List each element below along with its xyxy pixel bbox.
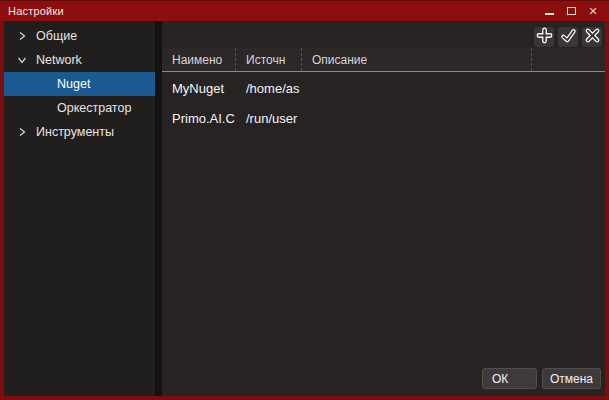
window-controls: ✕ — [541, 3, 601, 19]
sidebar-item-label: Оркестратор — [57, 101, 131, 115]
sidebar-item-orchestrator[interactable]: Оркестратор — [4, 96, 155, 120]
cell-description — [302, 73, 532, 103]
cell-description — [302, 103, 532, 133]
cell-source: /home/as — [236, 73, 302, 103]
sidebar-item-network[interactable]: Network — [4, 48, 155, 72]
apply-source-button[interactable] — [558, 27, 578, 47]
settings-window: Настройки ✕ Общие — [0, 0, 609, 400]
minimize-button[interactable] — [541, 3, 557, 19]
sources-toolbar — [534, 27, 602, 47]
dialog-buttons: ОК Отмена — [482, 368, 601, 389]
close-button[interactable]: ✕ — [585, 3, 601, 19]
table-row[interactable]: MyNuget /home/as — [162, 73, 605, 103]
nuget-sources-panel: Наимено Источн Описание MyNuget /home/as… — [162, 21, 605, 396]
chevron-right-icon — [17, 31, 27, 41]
cell-name: MyNuget — [162, 73, 236, 103]
settings-tree: Общие Network Nuget Оркестратор Инструме… — [4, 21, 155, 396]
sidebar-item-general[interactable]: Общие — [4, 24, 155, 48]
remove-source-button[interactable] — [582, 27, 602, 47]
column-header-source[interactable]: Источн — [236, 48, 302, 71]
ok-button[interactable]: ОК — [482, 368, 537, 389]
chevron-right-icon — [17, 127, 27, 137]
column-header-name[interactable]: Наимено — [162, 48, 236, 71]
table-body: MyNuget /home/as Primo.AI.C /run/user — [162, 73, 605, 133]
check-icon — [560, 27, 577, 48]
sidebar-item-label: Общие — [36, 29, 77, 43]
sidebar-item-label: Инструменты — [36, 125, 114, 139]
column-header-description[interactable]: Описание — [302, 48, 532, 71]
maximize-button[interactable] — [563, 3, 579, 19]
window-title: Настройки — [8, 5, 64, 17]
add-source-button[interactable] — [534, 27, 554, 47]
cancel-button[interactable]: Отмена — [542, 368, 601, 389]
add-icon — [536, 27, 553, 48]
minimize-icon — [545, 13, 554, 15]
sidebar-item-tools[interactable]: Инструменты — [4, 120, 155, 144]
maximize-icon — [567, 7, 576, 15]
chevron-down-icon — [17, 55, 27, 65]
clear-icon — [584, 27, 601, 48]
sidebar-item-label: Nuget — [57, 77, 90, 91]
titlebar[interactable]: Настройки ✕ — [0, 0, 609, 21]
cell-source: /run/user — [236, 103, 302, 133]
cell-name: Primo.AI.C — [162, 103, 236, 133]
table-header: Наимено Источн Описание — [162, 48, 605, 72]
sidebar-item-nuget[interactable]: Nuget — [4, 72, 155, 96]
table-row[interactable]: Primo.AI.C /run/user — [162, 103, 605, 133]
close-icon: ✕ — [588, 6, 597, 17]
sidebar-item-label: Network — [36, 53, 82, 67]
column-header-extra — [532, 48, 605, 71]
dialog-content: Общие Network Nuget Оркестратор Инструме… — [4, 21, 605, 396]
splitter[interactable] — [155, 21, 162, 396]
